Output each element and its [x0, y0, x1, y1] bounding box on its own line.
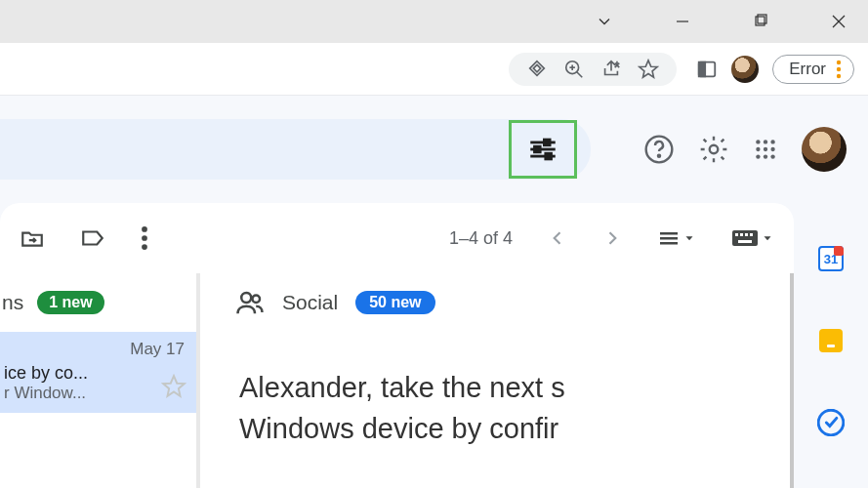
- svg-rect-41: [735, 233, 738, 236]
- svg-point-27: [756, 147, 760, 151]
- zoom-icon[interactable]: [563, 59, 585, 80]
- message-line-1: Alexander, take the next s: [239, 367, 790, 408]
- svg-point-49: [253, 296, 261, 304]
- search-filters-button[interactable]: [509, 120, 577, 179]
- error-label: Error: [789, 60, 826, 79]
- prev-page-icon[interactable]: [548, 228, 567, 248]
- more-actions-icon[interactable]: [141, 225, 148, 251]
- svg-point-22: [658, 155, 660, 157]
- pagination-text: 1–4 of 4: [449, 228, 513, 249]
- tab-social-label: Social: [282, 291, 338, 314]
- omnibox-actions: [509, 53, 677, 86]
- svg-point-30: [756, 154, 760, 158]
- svg-rect-44: [750, 233, 753, 236]
- message-subject-snippet: ice by co...: [4, 363, 185, 384]
- share-icon[interactable]: [600, 59, 622, 80]
- svg-rect-20: [546, 153, 552, 159]
- svg-point-25: [764, 140, 767, 143]
- svg-rect-18: [544, 140, 550, 145]
- social-icon: [235, 288, 265, 317]
- next-page-icon[interactable]: [602, 228, 622, 248]
- star-icon[interactable]: [161, 374, 186, 403]
- tab-social-badge: 50 new: [355, 291, 434, 314]
- account-avatar[interactable]: [802, 127, 847, 172]
- svg-rect-36: [660, 232, 678, 235]
- sidepanel-toggle-icon[interactable]: [696, 59, 718, 80]
- message-preview-snippet: r Window...: [4, 384, 185, 403]
- svg-rect-42: [740, 233, 743, 236]
- mail-body-split: ns 1 new May 17 ice by co... r Window...…: [0, 273, 794, 488]
- tasks-app-icon[interactable]: [816, 408, 846, 437]
- svg-point-23: [710, 145, 719, 154]
- svg-point-24: [756, 140, 760, 143]
- svg-line-6: [577, 71, 583, 77]
- svg-rect-43: [745, 233, 748, 236]
- svg-point-28: [764, 147, 767, 151]
- error-indicator[interactable]: Error: [772, 55, 854, 84]
- svg-rect-37: [660, 237, 678, 240]
- svg-point-13: [837, 66, 841, 70]
- svg-point-48: [241, 293, 251, 303]
- window-close-button[interactable]: [819, 2, 858, 41]
- svg-point-33: [142, 226, 147, 232]
- label-icon[interactable]: [80, 225, 105, 251]
- help-button[interactable]: [643, 134, 675, 165]
- svg-rect-45: [738, 240, 752, 243]
- gmail-header: [0, 96, 868, 203]
- svg-marker-46: [765, 236, 771, 240]
- tab-partial-badge: 1 new: [37, 291, 103, 314]
- search-bar[interactable]: [0, 119, 591, 180]
- svg-rect-40: [732, 230, 758, 246]
- message-list-pane: ns 1 new May 17 ice by co... r Window...: [0, 273, 200, 488]
- svg-point-29: [770, 147, 774, 151]
- category-tab-social[interactable]: Social 50 new: [200, 273, 790, 332]
- svg-marker-9: [640, 60, 657, 76]
- svg-marker-39: [686, 236, 693, 240]
- svg-rect-11: [699, 61, 705, 76]
- svg-point-34: [142, 235, 147, 241]
- window-maximize-button[interactable]: [741, 2, 780, 41]
- svg-point-26: [770, 140, 774, 143]
- settings-button[interactable]: [698, 134, 729, 165]
- profile-avatar-small[interactable]: [731, 56, 759, 83]
- message-date: May 17: [4, 340, 185, 359]
- gmail-main: 1–4 of 4 ns 1 new: [0, 203, 868, 488]
- svg-point-12: [837, 60, 841, 63]
- chrome-menu-icon[interactable]: [836, 60, 842, 79]
- svg-point-14: [837, 73, 841, 77]
- mail-toolbar: 1–4 of 4: [0, 203, 794, 273]
- reading-pane: Social 50 new Alexander, take the next s…: [200, 273, 794, 488]
- keep-app-icon[interactable]: [816, 326, 846, 355]
- svg-rect-1: [756, 17, 765, 25]
- svg-point-32: [770, 154, 774, 158]
- tune-icon: [526, 133, 559, 166]
- svg-point-31: [764, 154, 767, 158]
- message-list-item[interactable]: May 17 ice by co... r Window...: [0, 332, 196, 413]
- move-to-icon[interactable]: [20, 225, 45, 251]
- extension-icon[interactable]: [526, 59, 548, 80]
- window-titlebar: [0, 0, 868, 43]
- apps-grid-button[interactable]: [753, 137, 778, 162]
- tab-partial-label[interactable]: ns: [2, 291, 23, 314]
- svg-rect-19: [535, 146, 541, 152]
- side-panel: 31: [794, 203, 868, 488]
- category-tabs-partial: ns 1 new: [0, 273, 196, 332]
- calendar-app-icon[interactable]: 31: [816, 244, 846, 273]
- window-minimize-button[interactable]: [663, 2, 702, 41]
- mail-content: 1–4 of 4 ns 1 new: [0, 203, 794, 488]
- message-body: Alexander, take the next s Windows devic…: [200, 332, 790, 449]
- message-line-2: Windows device by confir: [239, 408, 790, 449]
- bookmark-star-icon[interactable]: [638, 59, 659, 80]
- titlebar-chevron[interactable]: [585, 2, 624, 41]
- svg-rect-38: [660, 242, 678, 245]
- split-pane-toggle[interactable]: [657, 226, 696, 250]
- input-tools-toggle[interactable]: [731, 228, 774, 248]
- svg-point-35: [142, 244, 147, 250]
- svg-marker-47: [163, 376, 185, 396]
- svg-rect-2: [758, 15, 766, 23]
- browser-toolbar: Error: [0, 43, 868, 96]
